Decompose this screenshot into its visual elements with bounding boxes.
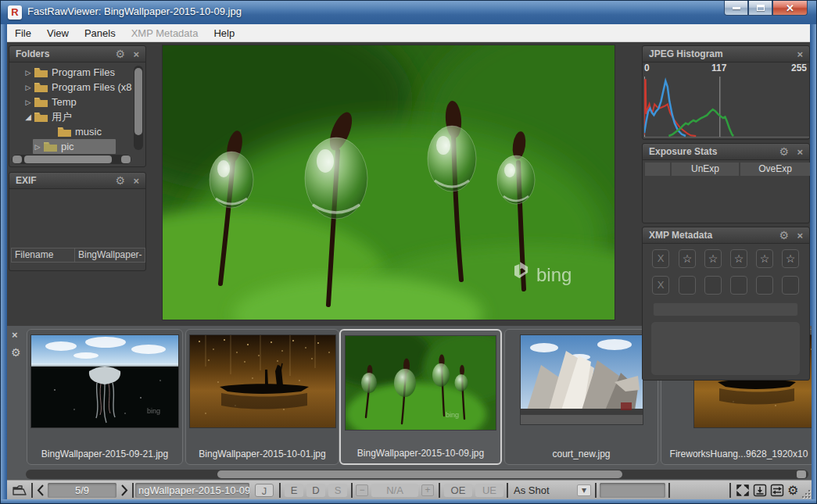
tree-item-users[interactable]: ◢ 用户	[11, 109, 133, 124]
sharpening-toggle-button[interactable]: S	[328, 484, 347, 497]
current-filename-field: ngWallpaper-2015-10-09.jp	[135, 483, 249, 498]
maximize-button[interactable]	[748, 1, 772, 16]
gear-icon[interactable]: ⚙	[11, 346, 21, 359]
menu-help[interactable]: Help	[206, 24, 242, 42]
rating-clear-button[interactable]: X	[652, 249, 669, 268]
scrollbar-right-cap[interactable]	[121, 155, 131, 163]
menu-file[interactable]: File	[7, 24, 39, 42]
resize-grip[interactable]	[802, 490, 810, 498]
tree-item-music[interactable]: music	[11, 124, 133, 139]
divider	[507, 483, 508, 498]
chevron-expanded-icon[interactable]: ◢	[23, 113, 33, 121]
scrollbar-end-button[interactable]	[797, 470, 806, 478]
fullscreen-button[interactable]	[736, 484, 750, 497]
histogram-axis: 0 117 255	[643, 63, 809, 73]
close-icon[interactable]: ×	[12, 329, 18, 341]
thumbnail-filename: court_new.jpg	[505, 449, 658, 459]
color-label-1-button[interactable]	[679, 276, 696, 295]
menu-xmp-metadata[interactable]: XMP Metadata	[124, 24, 206, 42]
gear-icon[interactable]: ⚙	[779, 227, 789, 244]
scrollbar-left-cap[interactable]	[13, 155, 22, 163]
menu-panels[interactable]: Panels	[77, 24, 124, 42]
increase-exposure-button[interactable]: +	[421, 484, 434, 496]
decrease-exposure-button[interactable]: −	[356, 484, 368, 496]
scrollbar-thumb[interactable]	[217, 470, 622, 478]
previous-image-button[interactable]	[36, 484, 45, 497]
color-label-2-button[interactable]	[704, 276, 722, 295]
divider	[595, 483, 597, 498]
folders-vertical-scrollbar[interactable]	[134, 66, 143, 150]
tick-117: 117	[711, 63, 726, 73]
menu-bar: File View Panels XMP Metadata Help	[7, 24, 812, 42]
filmstrip-scrollbar[interactable]	[26, 470, 808, 479]
exif-key: Filename	[11, 248, 75, 263]
xmp-description-textarea[interactable]	[650, 321, 801, 376]
panel-swap-button[interactable]	[770, 484, 784, 497]
details-toggle-button[interactable]: D	[306, 484, 325, 497]
exposure-toggle-button[interactable]: E	[285, 484, 303, 497]
scrollbar-thumb[interactable]	[24, 155, 112, 163]
filmstrip-controls: × ⚙	[7, 326, 27, 480]
bing-watermark: bing	[147, 407, 160, 415]
gear-icon[interactable]: ⚙	[115, 173, 125, 189]
open-folder-button[interactable]	[12, 484, 27, 497]
close-icon[interactable]: ×	[133, 173, 139, 189]
settings-gear-button[interactable]: ⚙	[787, 481, 798, 500]
maximize-icon	[757, 5, 765, 11]
minimize-button[interactable]	[724, 1, 748, 16]
thumbnail-droplets-selected[interactable]: bing BingWallpaper-2015-10-09.jpg	[339, 329, 502, 465]
chevron-right-icon[interactable]: ▷	[23, 84, 33, 91]
exposure-col-empty	[645, 163, 670, 176]
thumbnail-image	[190, 335, 335, 427]
close-icon[interactable]: ×	[797, 227, 803, 244]
close-icon[interactable]: ×	[133, 46, 139, 63]
bing-watermark: bing	[446, 411, 459, 419]
thumbnail-court[interactable]: court_new.jpg	[504, 329, 658, 465]
gear-icon[interactable]: ⚙	[115, 46, 125, 63]
window-border-bottom	[1, 499, 817, 504]
color-label-5-button[interactable]	[782, 276, 799, 295]
jpeg-toggle-button[interactable]: J	[255, 484, 274, 497]
download-button[interactable]	[753, 484, 767, 497]
white-balance-dropdown[interactable]: ▾	[577, 484, 591, 496]
divider	[351, 483, 353, 498]
close-icon[interactable]: ×	[797, 46, 803, 63]
tree-item-temp[interactable]: ▷ Temp	[11, 95, 133, 109]
close-icon[interactable]: ×	[797, 144, 803, 160]
underexposure-toggle-button[interactable]: UE	[475, 484, 503, 497]
chevron-right-icon[interactable]: ▷	[23, 98, 33, 106]
color-label-3-button[interactable]	[730, 276, 747, 295]
star-5-button[interactable]: ☆	[782, 249, 799, 268]
tick-0: 0	[644, 63, 650, 73]
xmp-title-input[interactable]	[653, 302, 798, 316]
label-clear-button[interactable]: X	[652, 276, 669, 295]
histogram-panel-title: JPEG Histogram	[649, 48, 723, 59]
divider	[729, 483, 731, 498]
star-4-button[interactable]: ☆	[756, 249, 773, 268]
chevron-right-icon[interactable]: ▷	[23, 69, 33, 77]
thumbnail-jellyfish[interactable]: bing BingWallpaper-2015-09-21.jpg	[27, 329, 183, 465]
star-1-button[interactable]: ☆	[679, 249, 696, 268]
next-image-button[interactable]	[120, 484, 129, 497]
divider	[132, 483, 134, 498]
gear-icon[interactable]: ⚙	[779, 144, 789, 160]
tree-item-pic[interactable]: ▷ pic	[11, 139, 133, 154]
star-3-button[interactable]: ☆	[730, 249, 747, 268]
title-bar[interactable]: R FastRawViewer: BingWallpaper-2015-10-0…	[1, 1, 817, 24]
overexposure-toggle-button[interactable]: OE	[444, 484, 472, 497]
tree-item-program-files-x86[interactable]: ▷ Program Files (x8	[11, 80, 133, 95]
color-label-4-button[interactable]	[756, 276, 773, 295]
main-image-viewer[interactable]: bing	[163, 45, 615, 320]
thumbnail-golden-boat[interactable]: BingWallpaper-2015-10-01.jpg	[185, 329, 339, 465]
menu-view[interactable]: View	[39, 24, 77, 42]
star-2-button[interactable]: ☆	[704, 249, 722, 268]
image-counter: 5/9	[48, 483, 116, 498]
exif-panel-title: EXIF	[16, 175, 37, 186]
chevron-right-icon[interactable]: ▷	[33, 143, 42, 151]
folder-icon	[34, 67, 48, 77]
scrollbar-thumb[interactable]	[134, 68, 142, 135]
close-button[interactable]: ✕	[772, 1, 808, 16]
minimize-icon	[733, 7, 740, 9]
tree-item-program-files[interactable]: ▷ Program Files	[11, 65, 133, 80]
folders-horizontal-scrollbar[interactable]	[12, 155, 131, 164]
